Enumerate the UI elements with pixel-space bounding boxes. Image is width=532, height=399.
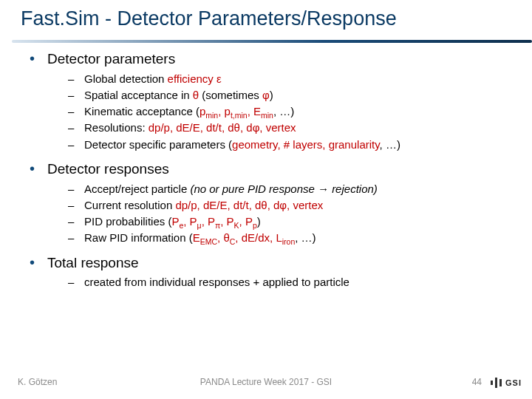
section-total: Total response created from individual r… — [30, 253, 514, 290]
slide-title: Fast.Sim - Detector Parameters/Response — [0, 7, 532, 30]
total-list: created from individual responses + appl… — [47, 275, 514, 290]
responses-list: Accept/reject particle (no or pure PID r… — [47, 182, 514, 246]
list-item: Global detection efficiency ε — [68, 72, 514, 86]
list-item: PID probabilities (Pe, Pμ, Pπ, PK, Pp) — [68, 214, 514, 229]
list-item: Spatial acceptance in θ (sometimes φ) — [68, 88, 514, 103]
section-heading: Detector parameters — [47, 51, 175, 66]
list-item: Kinematic acceptance (pmin, pt,min, Emin… — [68, 104, 514, 119]
title-bar: Fast.Sim - Detector Parameters/Response — [0, 0, 532, 35]
list-item: Resolutions: dp/p, dE/E, dt/t, dθ, dφ, v… — [68, 120, 514, 135]
footer: K. Götzen PANDA Lecture Week 2017 - GSI … — [0, 374, 532, 390]
list-item: Detector specific parameters (geometry, … — [68, 137, 514, 152]
section-heading: Detector responses — [47, 161, 169, 177]
list-item: Current resolution dp/p, dE/E, dt/t, dθ,… — [68, 198, 514, 213]
footer-page: 44 — [472, 377, 482, 387]
gsi-logo: GSI — [491, 377, 522, 388]
footer-venue: PANDA Lecture Week 2017 - GSI — [200, 377, 332, 387]
accent-html: pmin, pt,min, Emin — [200, 105, 273, 117]
accent-html: Pe, Pμ, Pπ, PK, Pp — [171, 215, 256, 228]
title-underline — [12, 40, 532, 43]
slide-content: Detector parameters Global detection eff… — [0, 35, 532, 290]
section-params: Detector parameters Global detection eff… — [30, 50, 514, 152]
list-item: created from individual responses + appl… — [68, 275, 514, 290]
list-item: Raw PID information (EEMC, θC, dE/dx, Li… — [68, 231, 514, 245]
footer-author: K. Götzen — [18, 377, 57, 387]
section-responses: Detector responses Accept/reject particl… — [30, 160, 514, 246]
list-item: Accept/reject particle (no or pure PID r… — [68, 182, 514, 197]
accent-html: EEMC, θC, dE/dx, Liron — [193, 231, 296, 244]
section-heading: Total response — [47, 255, 139, 270]
params-list: Global detection efficiency ε Spatial ac… — [47, 72, 514, 152]
